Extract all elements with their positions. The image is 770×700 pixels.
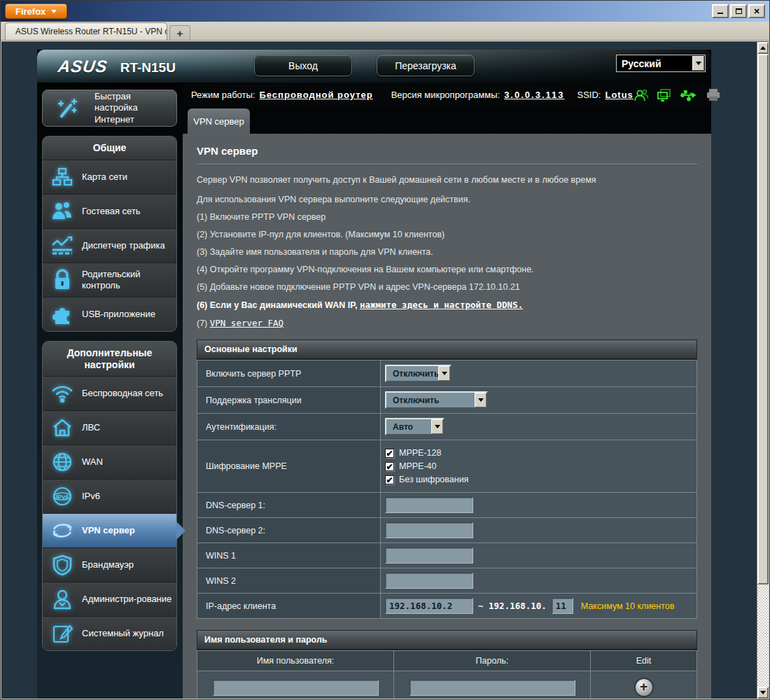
no-encryption-checkbox[interactable]: ✔ <box>385 475 394 484</box>
browser-titlebar: Firefox ✕ <box>1 1 769 22</box>
scroll-down-button[interactable] <box>757 687 769 699</box>
globe-icon <box>43 451 82 472</box>
logout-button[interactable]: Выход <box>254 55 352 76</box>
browser-tab[interactable]: ASUS Wireless Router RT-N15U - VPN серве… <box>5 22 167 40</box>
client-ip-end-input[interactable] <box>552 598 573 614</box>
sidebar-item-network-map[interactable]: Карта сети <box>43 160 176 194</box>
basic-settings-header: Основные настройки <box>197 340 697 360</box>
sidebar-item-quick-setup[interactable]: Быстрая настройка Интернет <box>42 90 177 127</box>
router-page: ASUS RT-N15U Выход Перезагрузка Русский <box>37 50 711 699</box>
sidebar-item-firewall[interactable]: Брандмауэр <box>43 547 176 582</box>
pptp-select-value: Отключить <box>386 366 438 381</box>
wins2-input[interactable] <box>385 573 473 589</box>
dns2-input[interactable] <box>385 522 473 538</box>
chevron-down-icon <box>438 366 450 381</box>
firefox-menu-label: Firefox <box>15 6 46 17</box>
broadcast-select[interactable]: Отключить <box>385 391 488 409</box>
step-5: (5) Добавьте новое подключение PPTP VPN … <box>197 282 697 292</box>
sidebar-item-lan[interactable]: ЛВС <box>43 410 176 444</box>
table-row: + <box>197 671 697 699</box>
guest-network-icon <box>43 201 82 222</box>
tab-vpn-server[interactable]: VPN сервер <box>188 108 250 134</box>
mppe-label: Шифрование MPPE <box>197 440 381 493</box>
chevron-down-icon <box>431 419 443 434</box>
sidebar-item-label: WAN <box>82 456 107 468</box>
password-column-header: Пароль: <box>394 651 591 671</box>
usb-icon[interactable] <box>680 89 698 102</box>
sidebar-item-label: Администри-рование <box>82 594 176 605</box>
table-row: Аутентификация: Авто <box>197 414 697 440</box>
mppe128-checkbox[interactable]: ✔ <box>385 449 394 458</box>
sidebar-item-label: Быстрая настройка Интернет <box>94 91 171 125</box>
firefox-menu-button[interactable]: Firefox <box>5 4 67 19</box>
maximize-icon <box>736 8 742 14</box>
client-ip-start-input[interactable] <box>385 598 473 614</box>
page-tab-zone: VPN сервер <box>183 107 711 134</box>
accounts-header: Имя пользователя и пароль <box>197 630 697 650</box>
close-button[interactable]: ✕ <box>748 4 765 18</box>
sidebar-item-label: Диспетчер трафика <box>82 240 169 251</box>
svg-text:IPv6: IPv6 <box>56 493 69 500</box>
reboot-button[interactable]: Перезагрузка <box>377 55 475 76</box>
table-row: Поддержка трансляции Отключить <box>197 387 697 414</box>
add-account-button[interactable]: + <box>634 678 654 697</box>
table-row: IP-адрес клиента ~ 192.168.10. Максимум … <box>197 594 697 619</box>
sidebar-item-usb-application[interactable]: USB-приложение <box>43 297 176 331</box>
steps-heading: Для использования VPN сервера выполните … <box>197 195 697 204</box>
traffic-chart-icon <box>43 235 82 256</box>
sidebar-item-parental-control[interactable]: Родительский контроль <box>43 262 176 297</box>
vertical-scrollbar[interactable] <box>757 42 769 699</box>
language-select[interactable]: Русский <box>616 55 706 72</box>
mode-link[interactable]: Беспроводной роутер <box>259 90 372 100</box>
nav-group-title: Дополнительные настройки <box>43 342 176 377</box>
sidebar-item-guest-network[interactable]: Гостевая сеть <box>43 194 176 228</box>
sidebar-item-wan[interactable]: WAN <box>43 444 176 479</box>
table-row: DNS-сервер 1: <box>197 493 697 518</box>
sidebar-item-ipv6[interactable]: IPv6 IPv6 <box>43 479 176 513</box>
vpn-faq-link[interactable]: VPN server FAQ <box>210 318 284 328</box>
tab-title: ASUS Wireless Router RT-N15U - VPN серве… <box>15 27 167 36</box>
browser-window: Firefox ✕ ASUS Wireless Router RT-N15U -… <box>0 0 770 700</box>
intro-text: Сервер VPN позволяет получить доступ к В… <box>197 175 697 185</box>
sidebar-item-vpn-server[interactable]: VPN сервер <box>43 513 176 547</box>
ssid-link[interactable]: Lotus <box>605 90 633 100</box>
wins1-input[interactable] <box>385 547 473 564</box>
minimize-button[interactable] <box>712 4 729 18</box>
auth-select[interactable]: Авто <box>385 418 444 435</box>
pptp-select[interactable]: Отключить <box>385 365 451 382</box>
client-ip-separator: ~ 192.168.10. <box>478 601 547 611</box>
printer-icon[interactable] <box>706 88 721 102</box>
new-tab-button[interactable]: + <box>169 25 190 40</box>
content-panel: VPN сервер Сервер VPN позволяет получить… <box>183 134 711 699</box>
scrollbar-thumb[interactable] <box>757 54 769 584</box>
network-clients-icon[interactable] <box>657 88 672 102</box>
arrow-up-icon <box>760 46 766 50</box>
sidebar-item-traffic-manager[interactable]: Диспетчер трафика <box>43 228 176 262</box>
auth-label: Аутентификация: <box>197 414 381 440</box>
language-dropdown-button[interactable] <box>692 56 704 71</box>
ssid-label: SSID: <box>577 90 601 100</box>
sidebar-item-wireless[interactable]: Беспроводная сеть <box>43 376 176 410</box>
password-input[interactable] <box>410 680 575 696</box>
chevron-down-icon <box>475 393 486 407</box>
main-area: Режим работы: Беспроводной роутер Версия… <box>183 83 711 699</box>
clients-icon[interactable] <box>634 88 649 102</box>
username-input[interactable] <box>213 680 379 696</box>
sidebar-item-label: USB-приложение <box>82 309 160 320</box>
mppe40-checkbox[interactable]: ✔ <box>385 462 394 471</box>
admin-person-icon <box>43 589 82 610</box>
sidebar-item-system-log[interactable]: Системный журнал <box>43 616 176 650</box>
browser-tabbar: ASUS Wireless Router RT-N15U - VPN серве… <box>1 22 769 41</box>
sidebar-item-administration[interactable]: Администри-рование <box>43 582 176 616</box>
maximize-button[interactable] <box>730 4 747 18</box>
username-column-header: Имя пользователя: <box>197 651 394 671</box>
firmware-link[interactable]: 3.0.0.3.113 <box>504 90 564 100</box>
broadcast-label: Поддержка трансляции <box>197 387 381 414</box>
dns1-input[interactable] <box>385 497 473 513</box>
scroll-up-button[interactable] <box>757 42 769 54</box>
puzzle-icon <box>43 304 82 325</box>
ddns-link[interactable]: нажмите здесь и настройте DDNS. <box>360 300 523 310</box>
lock-icon <box>43 269 82 291</box>
instructions: Для использования VPN сервера выполните … <box>197 195 697 328</box>
chevron-down-icon <box>696 62 701 65</box>
